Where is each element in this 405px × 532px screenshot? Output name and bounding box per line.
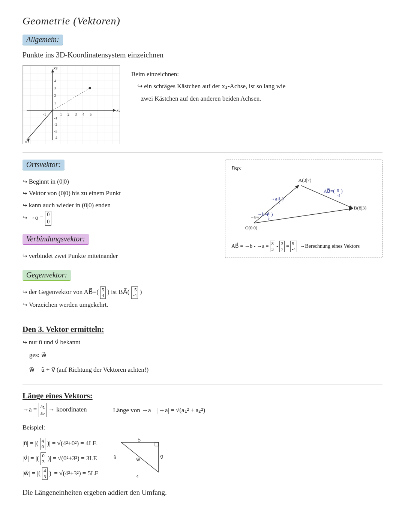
w-formula: w⃗ = ũ + v⃗ (auf Richtung der Vektoren a…: [22, 363, 382, 377]
laenge-formula-row: →a = a₁a₂ → koordinaten Länge von →a |→a…: [22, 403, 382, 417]
svg-text:→b=(: →b=(: [250, 215, 260, 220]
laenge-formula-right: Länge von →a |→a| = √(a₁² + a₂²): [113, 406, 205, 414]
beispiel-calculations: |ũ| = |( 40 )| = √(4²+0²) = 4LE |v⃗| = |…: [22, 437, 99, 481]
ortsvektor-item-1: Beginnt in (0|0): [22, 176, 218, 187]
ges-line: ges: w⃗: [22, 348, 382, 362]
svg-text:8: 8: [268, 211, 270, 216]
dritter-vektor-item-1: nur ũ und v⃗ bekannt: [22, 336, 382, 348]
verbindungsvektor-list: verbindet zwei Punkte miteinander: [22, 250, 218, 262]
gegenvektor-item-2: Vorzeichen werden umgekehrt.: [22, 299, 218, 310]
svg-text:): ): [282, 196, 284, 202]
svg-text:-1: -1: [43, 112, 46, 116]
ortsvektor-item-4: →o = 00: [22, 211, 218, 225]
allgemein-intro: Punkte ins 3D-Koordinatensystem einzeich…: [22, 51, 382, 59]
svg-text:1: 1: [54, 101, 56, 105]
umfang-note: Die Längeneinheiten ergeben addiert den …: [22, 485, 382, 500]
svg-text:3: 3: [54, 86, 56, 90]
dritter-vektor-list: nur ũ und v⃗ bekannt: [22, 336, 382, 348]
svg-rect-50: [155, 442, 159, 446]
svg-text:x₃: x₃: [53, 66, 58, 71]
svg-text:v⃗: v⃗: [160, 455, 163, 460]
svg-text:O(0|0): O(0|0): [245, 225, 257, 231]
svg-text:4: 4: [54, 79, 56, 83]
svg-text:-1: -1: [54, 116, 57, 120]
ortsvektor-list: Beginnt in (0|0) Vektor von (0|0) bis zu…: [22, 176, 218, 226]
calc-v: |v⃗| = |( 03 )| = √(0²+3²) = 3LE: [22, 452, 99, 465]
ab-formula: AB⃗ = →b - →a = 83 - 37 = 5-4 →Berechnun…: [231, 241, 376, 252]
svg-text:2: 2: [54, 93, 56, 98]
laenge-heading: Länge eines Vektors:: [22, 391, 382, 401]
calc-u: |ũ| = |( 40 )| = √(4²+0²) = 4LE: [22, 437, 99, 450]
separator-1: [22, 152, 382, 153]
svg-text:4: 4: [82, 112, 84, 116]
laenge-section: Länge eines Vektors: →a = a₁a₂ → koordin…: [22, 391, 382, 500]
svg-text:5: 5: [337, 188, 339, 193]
verbindungsvektor-section: Verbindungsvektor: verbindet zwei Punkte…: [22, 234, 218, 262]
right-triangle-svg: ũ 5 v⃗ w⃗ 4: [114, 439, 166, 480]
beispiel-label: Beispiel:: [22, 421, 382, 434]
svg-text:1: 1: [60, 112, 62, 116]
ortsvektor-section: Ortsvektor: Beginnt in (0|0) Vektor von …: [22, 160, 218, 226]
svg-text:x₂: x₂: [116, 108, 120, 113]
allgemein-label: Allgemein:: [22, 35, 63, 45]
page-title: Geometrie (Vektoren): [22, 15, 382, 27]
svg-text:-3: -3: [54, 129, 57, 133]
graph-notes: Beim einzeichnen: ↪ ein schräges Kästche…: [131, 65, 285, 105]
svg-text:2: 2: [68, 112, 69, 116]
svg-text:3: 3: [75, 112, 77, 116]
svg-text:4: 4: [136, 473, 139, 479]
calc-w: |w⃗| = |( 43 )| = √(4²+3²) = 5LE: [22, 467, 99, 480]
svg-text:): ): [271, 212, 273, 217]
svg-text:-4: -4: [54, 136, 57, 140]
gegenvektor-section: Gegenvektor: der Gegenvektor von AB⃗=( 5…: [22, 270, 218, 310]
svg-text:5: 5: [90, 112, 92, 116]
svg-text:A(3|7): A(3|7): [298, 177, 312, 183]
svg-text:w⃗: w⃗: [136, 457, 140, 462]
svg-text:3: 3: [268, 216, 270, 220]
svg-text:3: 3: [278, 196, 280, 200]
ortsvektor-item-2: Vektor von (0|0) bis zu einem Punkt: [22, 187, 218, 199]
svg-text:-2: -2: [54, 122, 57, 127]
verbindungsvektor-label: Verbindungsvektor:: [22, 234, 89, 245]
gegenvektor-list: der Gegenvektor von AB⃗=( 54 ) ist BA⃗( …: [22, 286, 218, 310]
svg-text:7: 7: [278, 201, 280, 205]
graph-note-3: zwei Kästchen auf den anderen beiden Ach…: [131, 93, 285, 105]
coord-graph-svg: x₂ x₃ x₁ 1 2 3 4 5 1 2 3 4 -1 -1 -: [23, 66, 120, 144]
svg-text:): ): [341, 188, 342, 194]
separator-2: [22, 384, 382, 384]
bsp-label: Bsp:: [231, 165, 376, 172]
coord-graph-box: x₂ x₃ x₁ 1 2 3 4 5 1 2 3 4 -1 -1 -: [22, 65, 120, 144]
svg-text:-4: -4: [337, 193, 341, 197]
graph-note-1: Beim einzeichnen:: [131, 68, 285, 80]
dritter-vektor-heading: Den 3. Vektor ermitteln:: [22, 325, 382, 334]
allgemein-section: Allgemein: Punkte ins 3D-Koordinatensyst…: [22, 35, 382, 144]
left-definitions: Ortsvektor: Beginnt in (0|0) Vektor von …: [22, 160, 218, 319]
ortsvektor-label: Ortsvektor:: [22, 160, 64, 170]
ortsvektor-row: Ortsvektor: Beginnt in (0|0) Vektor von …: [22, 160, 382, 319]
gegenvektor-label: Gegenvektor:: [22, 270, 71, 281]
dritter-vektor-section: Den 3. Vektor ermitteln: nur ũ und v⃗ be…: [22, 325, 382, 377]
verbindungsvektor-item-1: verbindet zwei Punkte miteinander: [22, 250, 218, 262]
example-box: Bsp:: [225, 160, 382, 258]
svg-text:x₁: x₁: [24, 139, 29, 144]
triangle-svg: A(3|7) B(8|3) O(0|0) →a·( 3 7 ) →b=( 8 3…: [231, 174, 376, 238]
svg-rect-0: [23, 66, 120, 144]
svg-point-25: [89, 87, 91, 89]
gegenvektor-item-1: der Gegenvektor von AB⃗=( 54 ) ist BA⃗( …: [22, 286, 218, 299]
svg-text:B(8|3): B(8|3): [354, 205, 366, 211]
graph-note-2: ↪ ein schräges Kästchen auf der x₁-Achse…: [131, 80, 285, 92]
laenge-formula-left: →a = a₁a₂ → koordinaten: [22, 403, 87, 417]
ortsvektor-item-3: kann auch wieder in (0|0) enden: [22, 199, 218, 211]
svg-text:AB⃗=(: AB⃗=(: [324, 188, 334, 194]
svg-text:5: 5: [138, 439, 141, 443]
svg-text:ũ: ũ: [114, 455, 116, 460]
